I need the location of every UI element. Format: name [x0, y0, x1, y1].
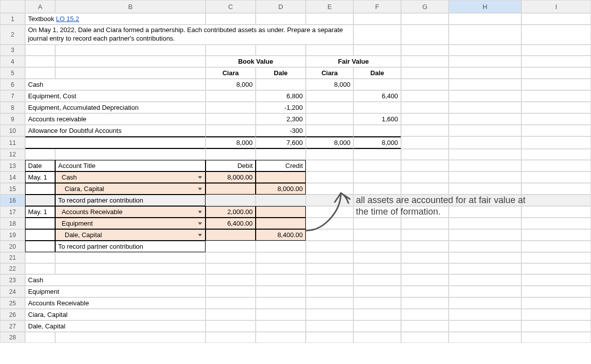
cell-F27[interactable]	[353, 320, 401, 332]
cell-B15-dropdown[interactable]: Ciara, Capital	[55, 183, 206, 195]
cell-G25[interactable]	[401, 297, 449, 309]
row-header-24[interactable]: 24	[0, 286, 25, 297]
cell-G7[interactable]	[401, 90, 449, 102]
cell-E24[interactable]	[306, 286, 353, 297]
cell-D22[interactable]	[256, 263, 306, 274]
cell-E11[interactable]: 8,000	[306, 136, 353, 149]
cell-A18[interactable]	[25, 218, 55, 229]
row-header-26[interactable]: 26	[0, 309, 25, 320]
row-header-7[interactable]: 7	[0, 90, 25, 102]
cell-I4[interactable]	[521, 56, 591, 67]
cell-I24[interactable]	[521, 286, 591, 297]
col-header-I[interactable]: I	[521, 0, 591, 13]
cell-C12[interactable]	[206, 149, 256, 160]
col-header-G[interactable]: G	[401, 0, 449, 13]
col-header-B[interactable]: B	[55, 0, 206, 13]
cell-B5[interactable]	[55, 67, 206, 79]
cell-A2[interactable]: On May 1, 2022, Dale and Ciara formed a …	[25, 25, 353, 45]
cell-E5[interactable]: Ciara	[306, 67, 353, 79]
cell-C7[interactable]	[206, 90, 256, 102]
row-header-25[interactable]: 25	[0, 297, 25, 309]
cell-A24[interactable]: Equipment	[25, 286, 206, 297]
cell-E23[interactable]	[306, 274, 353, 286]
row-header-28[interactable]: 28	[0, 332, 25, 343]
cell-D21[interactable]	[256, 252, 306, 263]
cell-H18[interactable]	[449, 218, 521, 229]
cell-F20[interactable]	[353, 241, 401, 252]
cell-E6[interactable]: 8,000	[306, 79, 353, 90]
cell-G8[interactable]	[401, 102, 449, 113]
cell-F2[interactable]	[353, 25, 401, 45]
cell-B19-dropdown[interactable]: Dale, Capital	[55, 229, 206, 241]
cell-A26[interactable]: Ciara, Capital	[25, 309, 206, 320]
cell-B16[interactable]: To record partner contribution	[55, 195, 206, 206]
cell-A1[interactable]: Textbook LO 15.2	[25, 13, 206, 25]
cell-C6[interactable]: 8,000	[206, 79, 256, 90]
cell-CD4[interactable]: Book Value	[206, 56, 306, 67]
cell-G20[interactable]	[401, 241, 449, 252]
cell-C17[interactable]: 2,000.00	[206, 206, 256, 218]
cell-E8[interactable]	[306, 102, 353, 113]
cell-H13[interactable]	[449, 160, 521, 171]
cell-B3[interactable]	[55, 45, 206, 56]
cell-H1[interactable]	[449, 13, 521, 25]
cell-D8[interactable]: -1,200	[256, 102, 306, 113]
col-header-E[interactable]: E	[306, 0, 353, 13]
cell-A19[interactable]	[25, 229, 55, 241]
cell-G24[interactable]	[401, 286, 449, 297]
cell-A3[interactable]	[25, 45, 55, 56]
cell-D28[interactable]	[256, 332, 306, 343]
cell-G1[interactable]	[401, 13, 449, 25]
cell-H12[interactable]	[449, 149, 521, 160]
cell-D9[interactable]: 2,300	[256, 113, 306, 125]
cell-F14[interactable]	[353, 171, 401, 183]
cell-C23[interactable]	[206, 274, 256, 286]
cell-D10[interactable]: -300	[256, 125, 306, 136]
cell-G27[interactable]	[401, 320, 449, 332]
cell-I27[interactable]	[521, 320, 591, 332]
cell-D24[interactable]	[256, 286, 306, 297]
cell-G23[interactable]	[401, 274, 449, 286]
cell-A27[interactable]: Dale, Capital	[25, 320, 206, 332]
row-header-22[interactable]: 22	[0, 263, 25, 274]
cell-G4[interactable]	[401, 56, 449, 67]
cell-EF4[interactable]: Fair Value	[306, 56, 401, 67]
cell-F24[interactable]	[353, 286, 401, 297]
cell-D14[interactable]	[256, 171, 306, 183]
cell-H27[interactable]	[449, 320, 521, 332]
cell-D5[interactable]: Dale	[256, 67, 306, 79]
cell-D11[interactable]: 7,600	[256, 136, 306, 149]
cell-H3[interactable]	[449, 45, 521, 56]
cell-D23[interactable]	[256, 274, 306, 286]
cell-E28[interactable]	[306, 332, 353, 343]
cell-I9[interactable]	[521, 113, 591, 125]
cell-F12[interactable]	[353, 149, 401, 160]
row-header-11[interactable]: 11	[0, 136, 25, 149]
cell-A5[interactable]	[25, 67, 55, 79]
cell-F1[interactable]	[353, 13, 401, 25]
cell-H19[interactable]	[449, 229, 521, 241]
cell-G2[interactable]	[401, 25, 449, 45]
cell-A12[interactable]	[25, 149, 55, 160]
cell-C13[interactable]: Debit	[206, 160, 256, 171]
row-header-5[interactable]: 5	[0, 67, 25, 79]
cell-C11[interactable]: 8,000	[206, 136, 256, 149]
cell-B22[interactable]	[55, 263, 206, 274]
cell-A14[interactable]: May. 1	[25, 171, 55, 183]
cell-H8[interactable]	[449, 102, 521, 113]
cell-A6[interactable]: Cash	[25, 79, 206, 90]
cell-D25[interactable]	[256, 297, 306, 309]
cell-G15[interactable]	[401, 183, 449, 195]
cell-E9[interactable]	[306, 113, 353, 125]
cell-A17[interactable]: May. 1	[25, 206, 55, 218]
cell-I12[interactable]	[521, 149, 591, 160]
cell-D3[interactable]	[256, 45, 306, 56]
cell-F9[interactable]: 1,600	[353, 113, 401, 125]
cell-G22[interactable]	[401, 263, 449, 274]
cell-I13[interactable]	[521, 160, 591, 171]
row-header-2[interactable]: 2	[0, 25, 25, 45]
cell-A15[interactable]	[25, 183, 55, 195]
cell-H14[interactable]	[449, 171, 521, 183]
cell-A22[interactable]	[25, 263, 55, 274]
cell-A20[interactable]	[25, 241, 55, 252]
